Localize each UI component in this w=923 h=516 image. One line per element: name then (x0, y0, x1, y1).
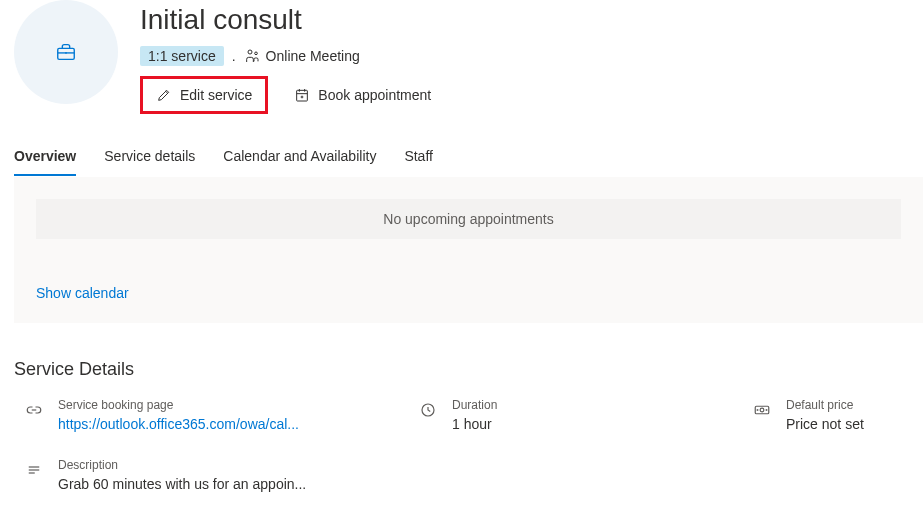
svg-rect-0 (58, 48, 75, 59)
briefcase-icon (55, 41, 77, 63)
service-header: Initial consult 1:1 service . Online Mee… (0, 0, 923, 138)
money-icon (752, 400, 772, 420)
book-appointment-label: Book appointment (318, 87, 431, 103)
duration-value: 1 hour (452, 416, 738, 432)
meeting-type: Online Meeting (244, 48, 360, 64)
tab-calendar-availability[interactable]: Calendar and Availability (223, 138, 376, 176)
service-type-badge: 1:1 service (140, 46, 224, 66)
description-icon (24, 460, 44, 480)
default-price-label: Default price (786, 398, 899, 412)
edit-service-label: Edit service (180, 87, 252, 103)
detail-booking-page: Service booking page https://outlook.off… (24, 398, 404, 432)
tab-staff[interactable]: Staff (404, 138, 433, 176)
svg-point-3 (248, 50, 252, 54)
clock-icon (418, 400, 438, 420)
svg-point-4 (254, 52, 257, 55)
default-price-value: Price not set (786, 416, 899, 432)
detail-description: Description Grab 60 minutes with us for … (24, 458, 404, 492)
service-details-heading: Service Details (0, 323, 923, 398)
detail-duration: Duration 1 hour (418, 398, 738, 432)
separator-dot: . (232, 48, 236, 64)
edit-service-button[interactable]: Edit service (144, 80, 264, 110)
page-title: Initial consult (140, 4, 909, 36)
detail-default-price: Default price Price not set (752, 398, 899, 432)
show-calendar-link[interactable]: Show calendar (36, 285, 129, 301)
duration-label: Duration (452, 398, 738, 412)
svg-point-15 (757, 410, 758, 411)
booking-page-label: Service booking page (58, 398, 404, 412)
teams-icon (244, 48, 260, 64)
appointments-panel: No upcoming appointments Show calendar (14, 177, 923, 323)
calendar-plus-icon (294, 87, 310, 103)
description-value: Grab 60 minutes with us for an appoin... (58, 476, 404, 492)
meeting-type-label: Online Meeting (266, 48, 360, 64)
description-label: Description (58, 458, 404, 472)
service-avatar (14, 0, 118, 104)
no-appointments-message: No upcoming appointments (36, 199, 901, 239)
link-icon (24, 400, 44, 420)
pencil-icon (156, 87, 172, 103)
tab-overview[interactable]: Overview (14, 138, 76, 176)
tab-service-details[interactable]: Service details (104, 138, 195, 176)
svg-point-16 (766, 410, 767, 411)
tabs: Overview Service details Calendar and Av… (0, 138, 923, 177)
book-appointment-button[interactable]: Book appointment (282, 80, 443, 110)
booking-page-link[interactable]: https://outlook.office365.com/owa/cal... (58, 416, 404, 432)
edit-service-highlight: Edit service (140, 76, 268, 114)
svg-point-14 (760, 408, 764, 412)
service-details-grid: Service booking page https://outlook.off… (0, 398, 923, 492)
